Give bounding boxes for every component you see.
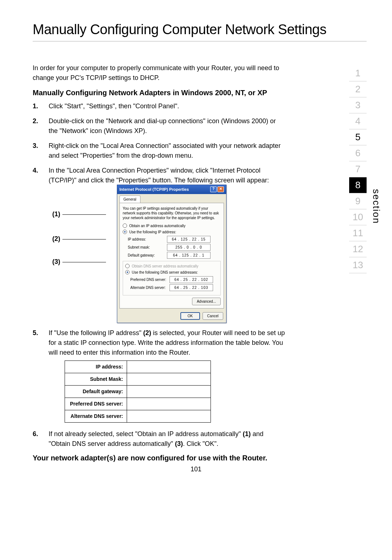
table-row: Default gateway: [65,385,211,398]
subnet-mask-field[interactable]: 255 . 0 . 0 . 0 [167,244,211,251]
step-number: 4. [33,166,38,176]
step-text-pre: If not already selected, select "Obtain … [49,430,243,438]
cancel-button[interactable]: Cancel [203,312,223,320]
help-icon[interactable]: ? [210,186,217,192]
subnet-mask-label: Subnet mask: [128,245,164,250]
step-text: Right-click on the "Local Area Connectio… [49,142,281,159]
callout-2: (2) [52,234,106,244]
radio-obtain-dns-auto[interactable]: Obtain DNS server address automatically [125,263,218,269]
radio-icon[interactable] [123,223,127,228]
tab-general[interactable]: General [119,196,140,203]
close-icon[interactable]: ✕ [217,186,224,192]
alternate-dns-label: Alternate DNS server: [130,285,167,290]
step-3: 3. Right-click on the "Local Area Connec… [33,141,287,161]
callout-label: (1) [52,210,60,218]
section-nav-item[interactable]: 11 [349,225,367,241]
section-subhead: Manually Configuring Network Adapters in… [33,89,287,97]
section-nav-item[interactable]: 13 [349,257,367,273]
step-text-post: . Click "OK". [183,440,219,447]
section-nav-item[interactable]: 6 [349,145,367,161]
section-nav-item[interactable]: 9 [349,193,367,209]
title-rule [33,41,367,41]
table-row: Preferred DNS server: [65,398,211,410]
callout-line [62,214,106,215]
step-text-pre: If "Use the following IP address" [49,329,143,337]
page-title: Manually Configuring Computer Network Se… [33,22,367,37]
preferred-dns-label: Preferred DNS server: [130,277,167,282]
dialog-description: You can get IP settings assigned automat… [123,206,221,220]
default-gateway-label: Default gateway: [128,253,164,258]
step-text: Click "Start", "Settings", then "Control… [49,102,179,110]
radio-icon[interactable] [125,270,130,274]
table-label: Default gateway: [65,385,127,398]
callout-column: (1) (2) (3) [49,186,114,306]
callout-line [62,262,106,262]
callout-3: (3) [52,257,106,267]
section-nav-item[interactable]: 5 [349,129,367,145]
step-text: Double-click on the "Network and dial-up… [49,117,276,134]
table-label: IP address: [65,360,127,373]
step-number: 6. [33,429,38,439]
step-number: 2. [33,116,38,126]
content-column: In order for your computer to properly c… [33,63,287,462]
step-text-bold: (2) [143,329,151,337]
alternate-dns-field[interactable]: 64 . 25 . 22 . 103 [170,284,213,291]
callout-label: (2) [52,235,60,242]
section-nav-item[interactable]: 12 [349,241,367,257]
radio-obtain-ip-auto[interactable]: Obtain an IP address automatically [123,223,221,229]
radio-icon[interactable] [123,230,127,234]
step-text-bold: (3) [175,440,183,447]
radio-icon[interactable] [125,264,130,268]
ip-address-field[interactable]: 64 . 125 . 22 . 15 [167,236,211,243]
section-nav-item[interactable]: 10 [349,209,367,225]
steps-list: 1. Click "Start", "Settings", then "Cont… [33,101,287,449]
callout-label: (3) [52,258,60,265]
section-nav-item-active[interactable]: 8 [349,177,367,193]
advanced-button[interactable]: Advanced... [192,298,221,305]
lead-paragraph: In order for your computer to properly c… [33,63,287,83]
step-text-bold: (1) [243,430,251,438]
section-nav-item[interactable]: 3 [349,97,367,113]
table-value[interactable] [127,410,211,422]
preferred-dns-field[interactable]: 64 . 25 . 22 . 102 [170,276,213,283]
radio-label: Obtain an IP address automatically [129,223,185,229]
address-note-table: IP address: Subnet Mask: Default gateway… [65,360,211,423]
dialog-titlebar[interactable]: Internet Protocol (TCP/IP) Properties ? … [117,185,226,194]
table-label: Subnet Mask: [65,373,127,385]
section-nav-item[interactable]: 7 [349,161,367,177]
radio-use-following-dns[interactable]: Use the following DNS server addresses: [125,270,218,275]
table-value[interactable] [127,398,211,410]
radio-label: Use the following IP address: [129,229,176,235]
step-2: 2. Double-click on the "Network and dial… [33,116,287,136]
step-6: 6. If not already selected, select "Obta… [33,429,287,449]
section-label: section [371,189,382,224]
step-1: 1. Click "Start", "Settings", then "Cont… [33,101,287,111]
step-text: In the "Local Area Connection Properties… [49,167,269,184]
table-row: Subnet Mask: [65,373,211,385]
table-value[interactable] [127,373,211,385]
step-number: 5. [33,328,38,338]
section-nav-item[interactable]: 4 [349,113,367,129]
table-label: Alternate DNS server: [65,410,127,422]
section-nav-item[interactable]: 2 [349,81,367,97]
step-number: 3. [33,141,38,151]
table-row: IP address: [65,360,211,373]
radio-label: Use the following DNS server addresses: [132,270,198,275]
callout-line [62,239,106,239]
section-nav-item[interactable]: 1 [349,65,367,81]
table-value[interactable] [127,385,211,398]
callout-1: (1) [52,209,106,219]
page-number: 101 [0,466,392,473]
ok-button[interactable]: OK [180,312,200,320]
default-gateway-field[interactable]: 64 . 125 . 22 . 1 [167,252,211,259]
table-row: Alternate DNS server: [65,410,211,422]
closing-statement: Your network adapter(s) are now configur… [33,454,287,462]
table-label: Preferred DNS server: [65,398,127,410]
tcpip-properties-dialog: Internet Protocol (TCP/IP) Properties ? … [117,185,226,323]
radio-label: Obtain DNS server address automatically [132,263,198,269]
step-number: 1. [33,101,38,111]
dialog-title: Internet Protocol (TCP/IP) Properties [119,186,189,193]
section-nav: 1 2 3 4 5 6 7 8 9 10 11 12 13 [349,65,367,273]
table-value[interactable] [127,360,211,373]
radio-use-following-ip[interactable]: Use the following IP address: [123,229,221,235]
